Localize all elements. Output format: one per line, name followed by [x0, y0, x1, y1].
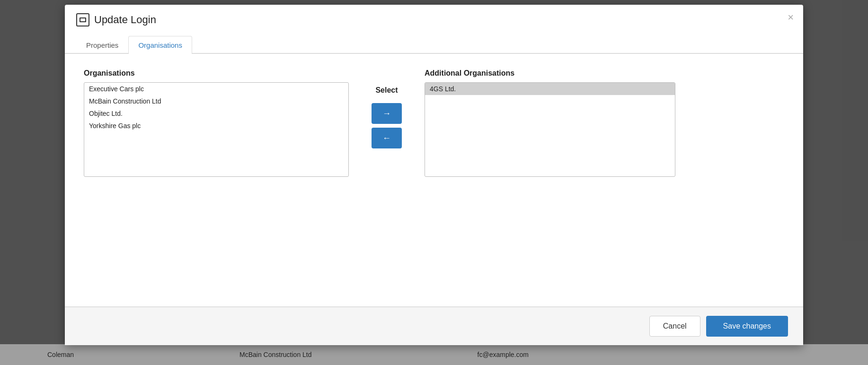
- modal-dialog: Update Login × Properties Organisations …: [65, 5, 803, 345]
- list-item[interactable]: Executive Cars plc: [84, 83, 348, 95]
- organisations-listbox[interactable]: Executive Cars plc McBain Construction L…: [84, 82, 349, 177]
- tab-organisations[interactable]: Organisations: [128, 36, 192, 54]
- organisations-left-label: Organisations: [84, 69, 349, 78]
- modal-overlay: Update Login × Properties Organisations …: [0, 0, 868, 365]
- additional-organisations-label: Additional Organisations: [425, 69, 675, 78]
- select-column: Select → ←: [368, 69, 406, 148]
- organisations-section: Organisations Executive Cars plc McBain …: [84, 69, 784, 177]
- modal-close-button[interactable]: ×: [788, 12, 794, 23]
- cancel-button[interactable]: Cancel: [649, 316, 700, 337]
- list-item[interactable]: Objitec Ltd.: [84, 107, 348, 120]
- additional-organisations-listbox[interactable]: 4GS Ltd.: [425, 82, 675, 177]
- tab-properties[interactable]: Properties: [76, 36, 128, 54]
- modal-tabs: Properties Organisations: [65, 36, 803, 54]
- modal-title-icon: [76, 13, 89, 26]
- list-item[interactable]: Yorkshire Gas plc: [84, 120, 348, 132]
- select-label: Select: [375, 86, 398, 95]
- save-changes-button[interactable]: Save changes: [706, 316, 788, 337]
- modal-title: Update Login: [94, 14, 156, 26]
- move-right-button[interactable]: →: [372, 103, 402, 124]
- modal-body: Organisations Executive Cars plc McBain …: [65, 54, 803, 306]
- arrow-left-icon: ←: [382, 133, 391, 143]
- organisations-left-column: Organisations Executive Cars plc McBain …: [84, 69, 349, 177]
- login-icon: [80, 17, 86, 22]
- modal-header: Update Login ×: [65, 5, 803, 32]
- arrow-right-icon: →: [382, 109, 391, 119]
- organisations-right-column: Additional Organisations 4GS Ltd.: [425, 69, 675, 177]
- move-left-button[interactable]: ←: [372, 128, 402, 148]
- modal-footer: Cancel Save changes: [65, 306, 803, 345]
- list-item[interactable]: 4GS Ltd.: [425, 83, 675, 95]
- list-item[interactable]: McBain Construction Ltd: [84, 95, 348, 107]
